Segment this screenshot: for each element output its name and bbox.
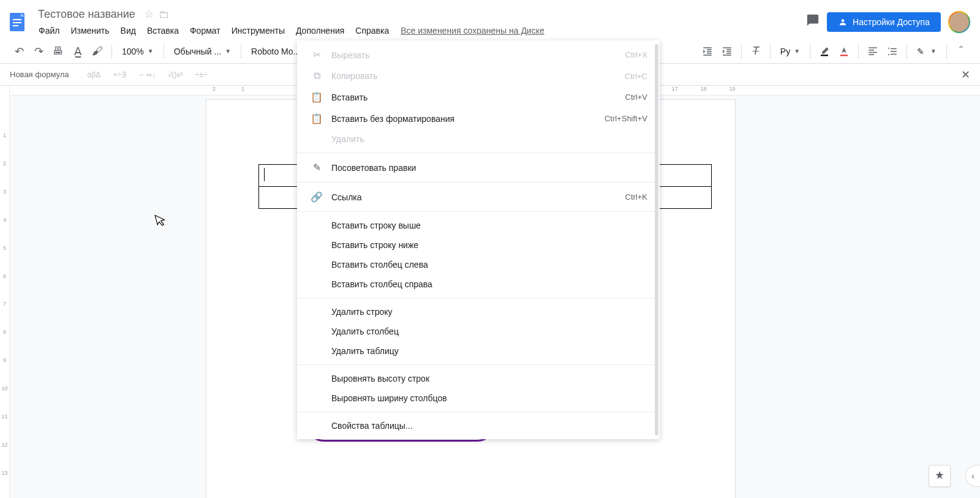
context-menu-separator (297, 364, 660, 365)
copy-icon: ⧉ (309, 70, 324, 81)
ctx-вставить-без-форматирования[interactable]: 📋Вставить без форматированияCtrl+Shift+V (297, 108, 660, 129)
paint-format-icon[interactable]: 🖌 (88, 42, 107, 61)
document-title[interactable]: Тестовое название (34, 7, 139, 22)
explore-button[interactable] (929, 465, 951, 487)
ctx-item-label: Удалить строку (331, 307, 647, 317)
formula-close-icon[interactable]: ✕ (961, 68, 970, 81)
ctx-item-label: Вставить без форматирования (331, 114, 605, 124)
collapse-toolbar-icon[interactable]: ˆ (952, 42, 970, 61)
context-menu-separator (297, 211, 660, 212)
input-lang-select[interactable]: Ру▼ (775, 44, 805, 59)
ctx-вставить-строку-выше[interactable]: Вставить строку выше (297, 216, 660, 235)
menu-format[interactable]: Формат (186, 23, 225, 38)
ctx-item-label: Копировать (331, 71, 625, 81)
menu-file[interactable]: Файл (34, 23, 64, 38)
text-cursor (264, 168, 265, 181)
ctx-вставить-столбец-справа[interactable]: Вставить столбец справа (297, 274, 660, 294)
context-menu-separator (297, 412, 660, 412)
ctx-посоветовать-правки[interactable]: ✎Посоветовать правки (297, 157, 660, 178)
svg-rect-4 (821, 55, 828, 56)
ctx-item-shortcut: Ctrl+X (625, 50, 647, 59)
editing-mode-icon[interactable]: ✎▼ (912, 44, 941, 59)
comments-icon[interactable] (806, 13, 820, 31)
ctx-item-shortcut: Ctrl+K (625, 192, 647, 202)
style-select[interactable]: Обычный ...▼ (169, 44, 236, 59)
ctx-вырезать: ✂ВырезатьCtrl+X (297, 44, 660, 66)
clear-format-icon[interactable]: T (747, 42, 765, 61)
undo-icon[interactable]: ↶ (10, 42, 28, 61)
ctx-item-label: Удалить таблицу (331, 346, 647, 356)
line-spacing-icon[interactable] (883, 42, 902, 61)
ctx-вставить[interactable]: 📋ВставитьCtrl+V (297, 86, 660, 108)
formula-root[interactable]: √()x² (168, 70, 183, 79)
menu-help[interactable]: Справка (351, 23, 393, 38)
cut-icon: ✂ (309, 49, 324, 61)
ctx-удалить-строку[interactable]: Удалить строку (297, 302, 660, 322)
ctx-item-shortcut: Ctrl+C (625, 72, 647, 81)
ctx-item-label: Вставить столбец слева (331, 260, 647, 270)
ctx-item-label: Выровнять высоту строк (331, 374, 647, 383)
paste-icon: 📋 (309, 91, 324, 103)
highlight-color-icon[interactable] (815, 42, 834, 61)
title-area: Тестовое название ☆ 🗀 Файл Изменить Вид … (34, 7, 549, 38)
svg-rect-1 (13, 19, 21, 20)
account-avatar[interactable] (948, 11, 970, 33)
ctx-выровнять-высоту-строк[interactable]: Выровнять высоту строк (297, 369, 660, 388)
context-menu: ✂ВырезатьCtrl+X⧉КопироватьCtrl+C📋Вставит… (297, 40, 660, 439)
zoom-select[interactable]: 100%▼ (117, 44, 159, 59)
paste-plain-icon: 📋 (309, 113, 324, 124)
menu-insert[interactable]: Вставка (143, 23, 183, 38)
ctx-item-label: Посоветовать правки (331, 163, 647, 173)
menu-view[interactable]: Вид (116, 23, 140, 38)
text-color-icon[interactable] (835, 42, 853, 61)
menu-edit[interactable]: Изменить (66, 23, 113, 38)
context-menu-separator (297, 298, 660, 298)
svg-rect-2 (13, 22, 21, 23)
ctx-item-label: Вставить (331, 92, 625, 102)
move-folder-icon[interactable]: 🗀 (159, 8, 170, 21)
align-icon[interactable] (864, 42, 882, 61)
ctx-item-shortcut: Ctrl+V (625, 92, 647, 102)
ctx-item-label: Вставить строку ниже (331, 240, 647, 250)
svg-rect-5 (840, 55, 848, 56)
context-menu-separator (297, 153, 660, 153)
formula-arrows[interactable]: ←⇒↓ (138, 70, 156, 79)
ctx-вставить-строку-ниже[interactable]: Вставить строку ниже (297, 235, 660, 255)
ctx-item-shortcut: Ctrl+Shift+V (605, 114, 647, 123)
star-icon[interactable]: ☆ (144, 7, 154, 21)
formula-label: Новая формула (10, 70, 69, 79)
redo-icon[interactable]: ↷ (29, 42, 48, 61)
ctx-вставить-столбец-слева[interactable]: Вставить столбец слева (297, 255, 660, 274)
ctx-item-label: Свойства таблицы... (331, 421, 647, 431)
ctx-item-label: Удалить столбец (331, 326, 647, 336)
context-menu-separator (297, 182, 660, 183)
docs-logo-icon[interactable] (5, 10, 29, 34)
ctx-ссылка[interactable]: 🔗СсылкаCtrl+K (297, 186, 660, 208)
ctx-свойства-таблицы-[interactable]: Свойства таблицы... (297, 416, 660, 436)
print-icon[interactable]: 🖶 (49, 42, 67, 61)
menu-scrollbar[interactable] (655, 44, 658, 436)
vertical-ruler: 12345678910111213 (0, 86, 10, 498)
ctx-удалить: Удалить (297, 129, 660, 149)
ctx-item-label: Вставить строку выше (331, 221, 647, 230)
ctx-выровнять-ширину-столбцов[interactable]: Выровнять ширину столбцов (297, 388, 660, 408)
ctx-item-label: Вырезать (331, 50, 625, 60)
ctx-удалить-столбец[interactable]: Удалить столбец (297, 322, 660, 341)
ctx-item-label: Удалить (331, 134, 647, 144)
menu-tools[interactable]: Инструменты (227, 23, 289, 38)
share-button[interactable]: Настройки Доступа (827, 12, 941, 32)
save-status[interactable]: Все изменения сохранены на Диске (396, 23, 549, 38)
ctx-удалить-таблицу[interactable]: Удалить таблицу (297, 341, 660, 361)
ctx-item-label: Вставить столбец справа (331, 279, 647, 289)
menu-addons[interactable]: Дополнения (292, 23, 349, 38)
ctx-копировать: ⧉КопироватьCtrl+C (297, 66, 660, 86)
link-icon: 🔗 (309, 191, 324, 203)
formula-misc[interactable]: ÷±÷ (195, 70, 208, 79)
indent-decrease-icon[interactable] (698, 42, 717, 61)
formula-greek[interactable]: αβΔ (88, 70, 101, 79)
app-header: Тестовое название ☆ 🗀 Файл Изменить Вид … (0, 0, 980, 39)
spellcheck-icon[interactable]: A̲ (69, 42, 87, 61)
indent-increase-icon[interactable] (718, 42, 736, 61)
ctx-item-label: Выровнять ширину столбцов (331, 393, 647, 403)
formula-ops[interactable]: ×÷∃ (113, 70, 126, 79)
